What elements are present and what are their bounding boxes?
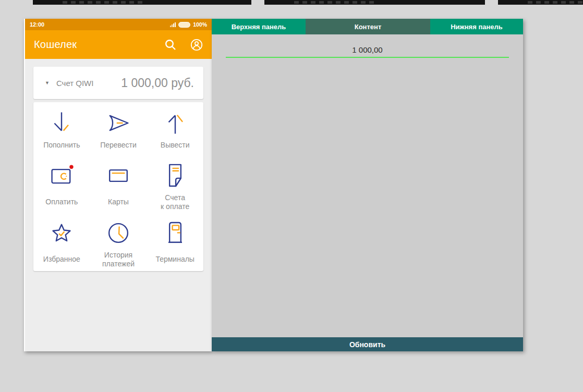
app-header: Кошелек [25, 30, 212, 59]
account-label: Счет QIWI [56, 79, 94, 88]
panel-tab-bar: Верхняя панель Контент Нижняя панель [212, 19, 523, 34]
menu-item-label: Терминалы [155, 255, 195, 264]
battery-percent: 100% [193, 21, 207, 28]
test-panel: Верхняя панель Контент Нижняя панель 1 0… [212, 19, 523, 351]
wallet-icon [48, 162, 75, 189]
menu-item-label: Перевести [100, 141, 137, 150]
send-icon [105, 109, 132, 137]
bill-icon [162, 162, 189, 189]
search-icon[interactable] [164, 39, 177, 51]
star-icon [48, 219, 75, 247]
menu-item-label: История платежей [102, 251, 135, 268]
phone-mockup: 12:00 100% Кошелек ▼ Счет QIWI 1 000,00 … [24, 19, 212, 351]
app-title: Кошелек [34, 39, 77, 51]
menu-item-pay[interactable]: Оплатить [33, 156, 90, 216]
background-window-bar[interactable] [33, 0, 251, 5]
profile-icon[interactable] [190, 39, 203, 51]
account-selector[interactable]: ▼ Счет QIWI 1 000,00 руб. [33, 67, 203, 99]
window-bar-text-remnant [528, 1, 583, 4]
menu-item-label: Карты [108, 198, 129, 206]
menu-item-favorites[interactable]: Избранное [33, 216, 90, 271]
terminal-icon [162, 219, 189, 247]
tab-top-panel[interactable]: Верхняя панель [212, 19, 306, 34]
wallet-menu-grid: Пополнить Перевести Вывести Оплатит [33, 102, 203, 271]
menu-item-terminals[interactable]: Терминалы [147, 216, 203, 271]
menu-item-transfer[interactable]: Перевести [90, 102, 147, 156]
window-bar-text-remnant [63, 1, 143, 4]
refresh-button[interactable]: Обновить [212, 337, 523, 351]
panel-content: 1 000,00 [212, 34, 523, 337]
notification-badge [70, 165, 74, 168]
arrow-up-icon [162, 109, 189, 137]
menu-item-bills[interactable]: Счета к оплате [147, 156, 203, 216]
value-underline [226, 57, 509, 58]
chevron-down-icon: ▼ [45, 80, 50, 85]
menu-item-topup[interactable]: Пополнить [33, 102, 90, 156]
tab-bottom-panel[interactable]: Нижняя панель [430, 19, 523, 34]
menu-item-label: Избранное [43, 255, 80, 264]
card-icon [105, 162, 132, 189]
menu-item-cards[interactable]: Карты [90, 156, 147, 216]
menu-item-history[interactable]: История платежей [90, 216, 147, 271]
menu-item-label: Оплатить [45, 198, 78, 206]
background-window-bar[interactable] [498, 0, 583, 5]
signal-icon [170, 22, 176, 27]
clock-icon [105, 219, 132, 247]
menu-item-label: Пополнить [43, 141, 80, 150]
balance-value-field[interactable]: 1 000,00 [212, 45, 523, 57]
status-time: 12:00 [30, 21, 44, 28]
background-window-bar[interactable] [264, 0, 485, 5]
menu-item-label: Вывести [161, 141, 190, 150]
account-balance: 1 000,00 руб. [121, 76, 194, 90]
menu-item-withdraw[interactable]: Вывести [147, 102, 203, 156]
window-bar-text-remnant [294, 1, 375, 4]
arrow-down-icon [48, 109, 75, 137]
battery-icon [178, 22, 190, 28]
status-bar: 12:00 100% [25, 19, 212, 30]
menu-item-label: Счета к оплате [161, 193, 189, 211]
tab-content[interactable]: Контент [306, 19, 430, 34]
